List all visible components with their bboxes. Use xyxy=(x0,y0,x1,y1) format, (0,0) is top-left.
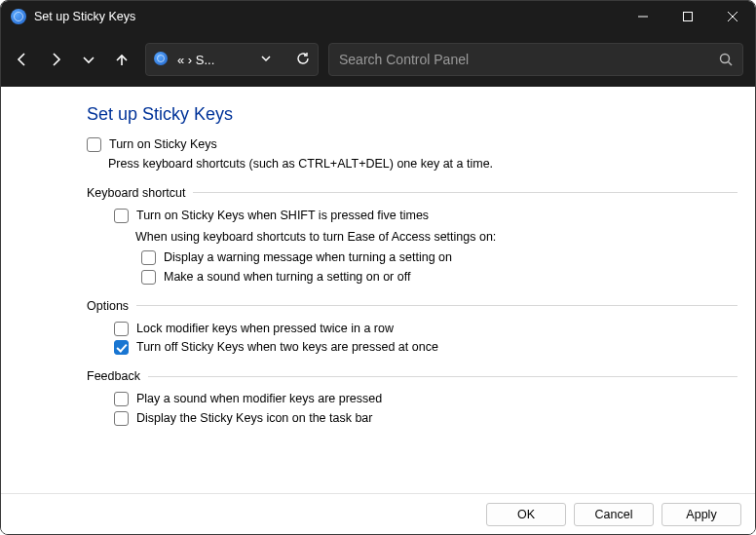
ok-button[interactable]: OK xyxy=(486,503,566,526)
soundmod-row[interactable]: Play a sound when modifier keys are pres… xyxy=(114,391,737,407)
svg-point-5 xyxy=(721,55,730,63)
warning-label: Display a warning message when turning a… xyxy=(164,249,452,266)
forward-button[interactable] xyxy=(40,42,71,77)
svg-line-6 xyxy=(729,62,733,66)
lock-label: Lock modifier keys when pressed twice in… xyxy=(136,321,394,337)
warning-row[interactable]: Display a warning message when turning a… xyxy=(141,249,737,266)
lock-checkbox[interactable] xyxy=(114,322,129,336)
turn-on-desc: Press keyboard shortcuts (such as CTRL+A… xyxy=(108,157,737,171)
window-title: Set up Sticky Keys xyxy=(34,10,135,23)
sound-row[interactable]: Make a sound when turning a setting on o… xyxy=(141,269,737,286)
sound-checkbox[interactable] xyxy=(141,270,156,285)
search-icon[interactable] xyxy=(719,53,733,66)
shift5-checkbox[interactable] xyxy=(114,209,129,223)
address-bar[interactable]: « › S... xyxy=(145,43,319,76)
soundmod-checkbox[interactable] xyxy=(114,392,129,406)
warning-checkbox[interactable] xyxy=(141,250,156,265)
soundmod-label: Play a sound when modifier keys are pres… xyxy=(136,391,382,407)
titlebar: Set up Sticky Keys xyxy=(1,1,755,32)
group-keyboard-shortcut: Keyboard shortcut Turn on Sticky Keys wh… xyxy=(87,186,737,286)
group-title-feedback: Feedback xyxy=(87,369,140,383)
up-button[interactable] xyxy=(106,42,137,77)
content-area: Set up Sticky Keys Turn on Sticky Keys P… xyxy=(1,87,755,493)
app-icon xyxy=(11,9,26,24)
apply-button[interactable]: Apply xyxy=(662,503,741,526)
turn-on-sticky-keys-row[interactable]: Turn on Sticky Keys xyxy=(87,136,737,153)
svg-rect-1 xyxy=(684,13,693,21)
group-title-keyboard-shortcut: Keyboard shortcut xyxy=(87,186,185,200)
taskbar-label: Display the Sticky Keys icon on the task… xyxy=(136,410,372,427)
group-options: Options Lock modifier keys when pressed … xyxy=(87,299,737,357)
close-button[interactable] xyxy=(710,1,755,32)
group-title-options: Options xyxy=(87,299,129,313)
navbar: « › S... xyxy=(1,32,755,87)
recent-locations-button[interactable] xyxy=(73,42,104,77)
lock-row[interactable]: Lock modifier keys when pressed twice in… xyxy=(114,321,737,337)
taskbar-checkbox[interactable] xyxy=(114,411,129,426)
turn-on-sticky-keys-label: Turn on Sticky Keys xyxy=(109,136,217,153)
maximize-button[interactable] xyxy=(665,1,710,32)
window: Set up Sticky Keys « › S... Set up Stick… xyxy=(0,0,756,535)
shift5-label: Turn on Sticky Keys when SHIFT is presse… xyxy=(136,208,429,224)
shift5-row[interactable]: Turn on Sticky Keys when SHIFT is presse… xyxy=(114,208,737,224)
chevron-down-icon[interactable] xyxy=(261,53,271,66)
search-box[interactable] xyxy=(328,43,743,76)
twokey-checkbox[interactable] xyxy=(114,340,129,355)
sound-label: Make a sound when turning a setting on o… xyxy=(164,269,410,286)
ease-of-access-intro: When using keyboard shortcuts to turn Ea… xyxy=(135,230,737,244)
minimize-button[interactable] xyxy=(621,1,665,32)
control-panel-icon xyxy=(154,52,170,67)
twokey-row[interactable]: Turn off Sticky Keys when two keys are p… xyxy=(114,339,737,356)
refresh-button[interactable] xyxy=(296,52,310,68)
footer: OK Cancel Apply xyxy=(1,493,755,534)
back-button[interactable] xyxy=(7,42,38,77)
taskbar-row[interactable]: Display the Sticky Keys icon on the task… xyxy=(114,410,737,427)
breadcrumb: « › S... xyxy=(177,53,253,67)
page-title: Set up Sticky Keys xyxy=(87,104,737,125)
group-feedback: Feedback Play a sound when modifier keys… xyxy=(87,369,737,427)
twokey-label: Turn off Sticky Keys when two keys are p… xyxy=(136,339,438,356)
cancel-button[interactable]: Cancel xyxy=(574,503,654,526)
search-input[interactable] xyxy=(339,52,719,67)
turn-on-sticky-keys-checkbox[interactable] xyxy=(87,137,101,152)
